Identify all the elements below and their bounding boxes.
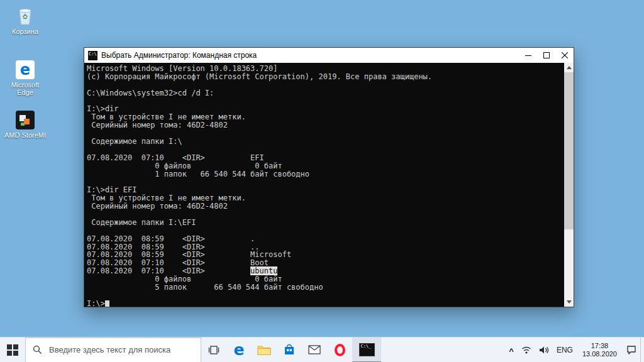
search-input[interactable] bbox=[48, 344, 194, 355]
start-button[interactable] bbox=[0, 337, 25, 362]
edge-icon: e bbox=[234, 342, 245, 358]
edge-icon: e bbox=[3, 58, 48, 79]
taskbar-search[interactable] bbox=[25, 337, 201, 362]
taskbar-file-explorer[interactable] bbox=[252, 337, 277, 362]
desktop-icon-amd-storemi[interactable]: AMD StoreMI bbox=[3, 108, 48, 139]
close-button[interactable] bbox=[555, 48, 574, 63]
folder-icon bbox=[257, 344, 271, 356]
maximize-button[interactable] bbox=[537, 48, 555, 63]
console-output: Microsoft Windows [Version 10.0.18363.72… bbox=[87, 64, 564, 307]
volume-icon[interactable] bbox=[535, 337, 553, 362]
desktop-icon-label: Microsoft Edge bbox=[3, 81, 48, 96]
window-controls bbox=[519, 48, 574, 63]
tray-time: 17:38 bbox=[582, 342, 617, 350]
console[interactable]: Microsoft Windows [Version 10.0.18363.72… bbox=[84, 63, 574, 307]
task-view-button[interactable] bbox=[201, 337, 226, 362]
console-scrollbar[interactable] bbox=[564, 63, 574, 307]
taskbar-edge[interactable]: e bbox=[226, 337, 252, 362]
store-icon bbox=[284, 344, 295, 356]
system-tray: ^ ENG 17:38 13.08.2020 bbox=[505, 337, 644, 362]
network-icon[interactable] bbox=[518, 337, 535, 362]
cmd-icon: C:\ bbox=[88, 51, 97, 60]
minimize-button[interactable] bbox=[519, 48, 537, 63]
taskbar-opera[interactable] bbox=[327, 337, 352, 362]
recycle-bin-icon bbox=[3, 4, 48, 26]
window-title: Выбрать Администратор: Командная строка bbox=[101, 51, 519, 60]
taskbar-mail[interactable] bbox=[302, 337, 327, 362]
tray-date: 13.08.2020 bbox=[582, 350, 617, 358]
desktop: Корзина e Microsoft Edge AMD StoreMI C:\… bbox=[0, 0, 644, 337]
screen: Корзина e Microsoft Edge AMD StoreMI C:\… bbox=[0, 0, 644, 362]
mail-icon bbox=[308, 345, 321, 354]
search-icon bbox=[33, 345, 42, 354]
taskbar-cmd-active[interactable]: C:\_ bbox=[352, 337, 381, 362]
scroll-thumb[interactable] bbox=[564, 72, 574, 229]
scroll-up-arrow[interactable] bbox=[564, 63, 574, 72]
scroll-down-arrow[interactable] bbox=[564, 297, 574, 307]
window-titlebar[interactable]: C:\ Выбрать Администратор: Командная стр… bbox=[84, 48, 574, 63]
desktop-icon-label: AMD StoreMI bbox=[3, 131, 48, 139]
cmd-icon: C:\_ bbox=[359, 343, 375, 356]
taskbar-clock[interactable]: 17:38 13.08.2020 bbox=[577, 337, 623, 362]
taskbar: e C:\_ bbox=[0, 337, 644, 362]
windows-logo-icon bbox=[7, 344, 18, 356]
desktop-icon-recycle-bin[interactable]: Корзина bbox=[3, 4, 48, 35]
desktop-icon-edge[interactable]: e Microsoft Edge bbox=[3, 58, 48, 96]
opera-icon bbox=[335, 344, 345, 356]
taskbar-store[interactable] bbox=[277, 337, 302, 362]
action-center-icon[interactable] bbox=[623, 337, 640, 362]
language-indicator[interactable]: ENG bbox=[553, 337, 577, 362]
desktop-icon-label: Корзина bbox=[3, 28, 48, 35]
show-desktop-button[interactable] bbox=[640, 337, 644, 362]
tray-chevron-icon[interactable]: ^ bbox=[505, 339, 518, 362]
cmd-window: C:\ Выбрать Администратор: Командная стр… bbox=[84, 47, 574, 307]
task-view-icon bbox=[208, 345, 220, 355]
amd-storemi-icon bbox=[3, 108, 48, 129]
